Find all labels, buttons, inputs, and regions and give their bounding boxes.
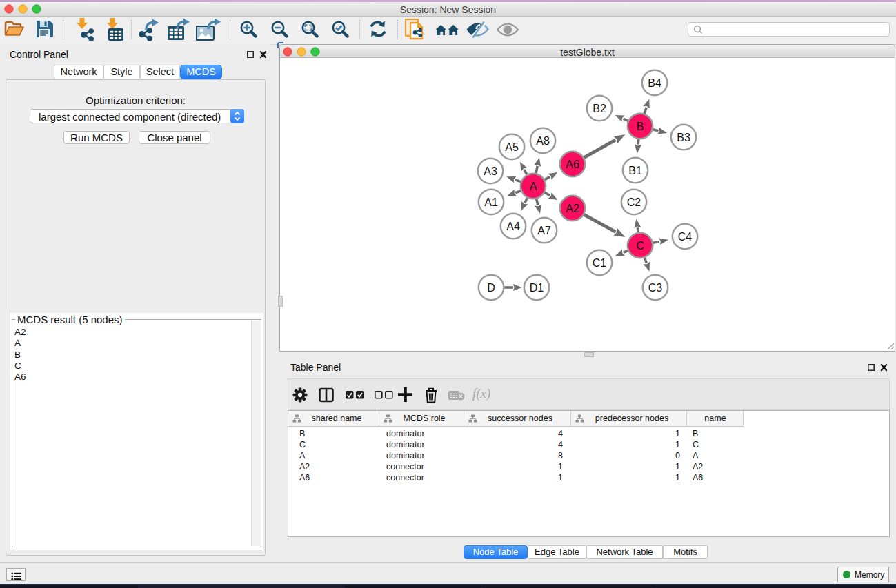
svg-text:C3: C3 — [648, 282, 663, 294]
svg-text:D1: D1 — [530, 282, 544, 294]
svg-text:B1: B1 — [628, 165, 642, 176]
svg-text:A3: A3 — [484, 165, 497, 177]
svg-text:A7: A7 — [537, 225, 551, 236]
svg-text:B4: B4 — [648, 77, 661, 89]
svg-text:A1: A1 — [484, 196, 498, 208]
svg-text:C1: C1 — [593, 257, 607, 269]
svg-text:A8: A8 — [536, 135, 550, 147]
svg-text:B3: B3 — [677, 132, 690, 143]
svg-text:C: C — [636, 240, 644, 252]
svg-text:A6: A6 — [566, 159, 579, 170]
svg-text:C2: C2 — [627, 196, 641, 208]
svg-text:A4: A4 — [506, 221, 520, 232]
svg-text:A5: A5 — [505, 141, 519, 153]
svg-text:A: A — [530, 181, 537, 192]
svg-text:C4: C4 — [678, 231, 693, 243]
svg-text:B: B — [637, 121, 644, 132]
svg-text:B2: B2 — [593, 103, 606, 114]
svg-text:A2: A2 — [566, 203, 579, 214]
svg-text:D: D — [487, 282, 495, 294]
